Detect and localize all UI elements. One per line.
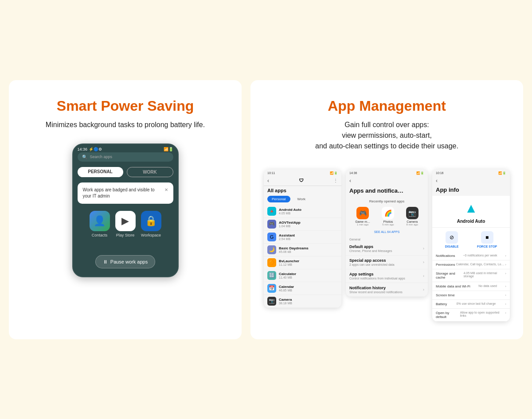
list-item[interactable]: 📷 Camera 38.18 MB [264,295,341,308]
list-item[interactable]: 🔺 Android Auto 4.05 MB [264,205,341,218]
workspace-icon: 🔒 [141,211,161,231]
info-key: Open by default [436,311,460,319]
info-key: Battery [436,302,447,306]
tooltip-text: Work apps are badged and visible to your… [83,187,161,199]
phone-status-bar: 14:36 ⚡🔵⚙ 📶🔋 [73,144,178,152]
bt-icon: ⚡🔵⚙ [89,147,102,151]
app-contacts[interactable]: 👤 Contacts [90,211,110,237]
info-row[interactable]: Open by default Allow app to open suppor… [432,309,510,322]
menu-arrow: › [423,260,424,264]
menu-sub: Show recent and snoozed notifications [349,291,403,294]
menu-title: Special app access [349,258,395,263]
app-row-name: Calculator [279,272,338,276]
s1-app-list: 🔺 Android Auto 4.05 MB 🎮 AOVTestApp 1.04… [264,205,341,308]
s3-back[interactable]: ‹ [432,176,510,186]
list-item[interactable]: G Assistant 2.54 MB [264,231,341,244]
s3-actions: ⊘ DISABLE ■ FORCE STOP [432,227,510,252]
wifi-icon: 📶🔋 [164,147,173,151]
status-right: 📶🔋 [164,147,173,151]
search-icon [82,155,87,159]
info-row[interactable]: Notifications ~0 notifications per week … [432,252,510,260]
info-row[interactable]: Mobile data and Wi-Fi No data used › [432,282,510,291]
menu-title: Default apps [349,244,392,249]
app-row-name: Assistant [279,233,338,237]
recent-app-time: 8 min ago [406,223,419,226]
info-arrow: › [505,293,506,297]
playstore-label: Play Store [116,233,135,237]
list-item[interactable]: 🌙 Basic Daydreams 45.06 kB [264,244,341,256]
app-row-info: AOVTestApp 1.04 MB [279,221,338,228]
screen2-status: 14:36 📶🔋 [346,169,428,176]
search-bar[interactable]: Search apps [78,152,173,162]
recent-app-name: Game m… [355,220,370,223]
menu-sub: Chrome, Phone and Messages [349,249,392,252]
recent-app-item[interactable]: 🎮 Game m… 1 min ago [355,207,370,226]
menu-title: Notification history [349,286,403,290]
recent-app-icon: 🌈 [382,207,394,219]
app-row-name: Basic Daydreams [279,246,338,250]
list-item[interactable]: 🔢 Calculator 11.40 MB [264,269,341,282]
s2-general: General [346,236,428,242]
app-row-size: 38.18 MB [279,302,338,305]
screen1-status: 10:11 📶🔋 [264,169,341,176]
left-title: Smart Power Saving [57,98,194,114]
menu-row[interactable]: Special app access 2 apps can use unrest… [346,256,428,269]
phone-mockup: 14:36 ⚡🔵⚙ 📶🔋 Search apps PERSONAL WORK W [72,144,179,277]
app-row-info: BvLauncher 11.12 MB [279,259,338,266]
s3-app-header: ▲ Android Auto [432,196,510,227]
s1-title: All apps [264,186,341,196]
screen-app-info: 10:16 📶🔋 ‹ App info ▲ Android Auto ⊘ DIS… [432,169,510,322]
info-arrow: › [505,263,506,267]
menu-row-content: Special app access 2 apps can use unrest… [349,258,395,266]
s3-force-stop-btn[interactable]: ■ FORCE STOP [477,231,497,248]
app-row-name: Calendar [279,285,338,289]
info-row[interactable]: Permissions Calendar, Call logs, Contact… [432,260,510,269]
list-item[interactable]: 🔶 BvLauncher 11.12 MB [264,256,341,269]
s3-app-icon-glyph: ▲ [465,201,478,216]
s1-tabs: Personal Work [264,196,341,205]
info-row[interactable]: Screen time › [432,291,510,300]
app-row-size: 1.04 MB [279,225,338,228]
recent-app-item[interactable]: 📷 Camera 8 min ago [406,207,419,226]
info-val: Allow app to open supported links [460,311,505,319]
app-row-name: BvLauncher [279,259,338,263]
app-row-icon: 🎮 [267,220,276,229]
s1-more-icon[interactable]: ⋮ [333,178,338,183]
info-row[interactable]: Storage and cache 4.05 MB used in intern… [432,269,510,282]
s3-disable-label: DISABLE [445,245,459,248]
s1-tab-work[interactable]: Work [293,196,310,202]
menu-row[interactable]: App settings Control notifications from … [346,269,428,283]
menu-row[interactable]: Default apps Chrome, Phone and Messages … [346,242,428,256]
app-row-size: 46.85 MB [279,289,338,292]
main-container: Smart Power Saving Minimizes background … [9,80,523,339]
menu-arrow: › [423,274,424,278]
recent-app-icon: 📷 [406,207,419,219]
recent-app-item[interactable]: 🌈 Photos 5 min ago [382,207,394,226]
app-row-size: 4.05 MB [279,212,338,215]
list-item[interactable]: 📅 Calendar 46.85 MB [264,282,341,295]
tooltip-close[interactable]: ✕ [164,187,168,193]
s1-tab-personal[interactable]: Personal [267,196,290,202]
app-playstore[interactable]: ▶ Play Store [115,211,136,237]
menu-row[interactable]: Notification history Show recent and sno… [346,283,428,297]
info-row[interactable]: Battery 0% use since last full charge › [432,300,510,309]
list-item[interactable]: 🎮 AOVTestApp 1.04 MB [264,218,341,231]
s2-back[interactable]: ‹ [346,176,428,186]
screen3-status: 10:16 📶🔋 [432,169,510,176]
s2-see-all[interactable]: SEE ALL 64 APPS [346,229,428,236]
s1-actions-icon: 🛡 [269,178,333,183]
s3-info-rows: Notifications ~0 notifications per week … [432,252,510,322]
pause-work-button[interactable]: ⏸ Pause work apps [95,255,155,268]
left-panel: Smart Power Saving Minimizes background … [9,80,242,339]
app-row-icon: 📅 [267,284,276,293]
tab-personal[interactable]: PERSONAL [78,167,123,177]
tab-work[interactable]: WORK [127,167,173,177]
s3-disable-btn[interactable]: ⊘ DISABLE [445,231,459,248]
right-subtitle: Gain full control over apps: view permis… [315,120,458,151]
menu-row-content: Notification history Show recent and sno… [349,286,403,294]
app-row-info: Calendar 46.85 MB [279,285,338,292]
app-workspace[interactable]: 🔒 Workspace [141,211,161,237]
info-val: Calendar, Call logs, Contacts, Lo… [456,263,504,267]
app-row-size: 11.12 MB [279,263,338,266]
s2-recently: Recently opened apps [346,198,428,205]
